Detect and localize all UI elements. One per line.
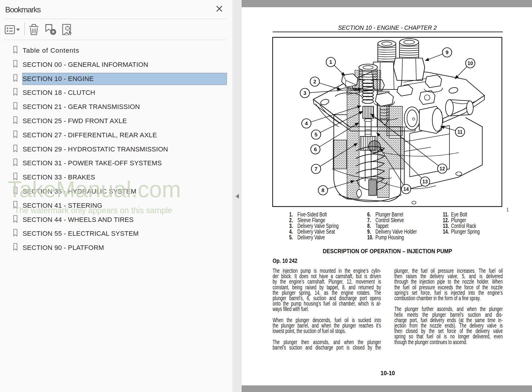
svg-text:8: 8 (321, 188, 324, 193)
svg-text:12: 12 (440, 166, 445, 171)
svg-text:9: 9 (446, 50, 448, 55)
svg-text:4: 4 (305, 121, 308, 126)
svg-text:6: 6 (314, 147, 317, 152)
svg-text:2: 2 (313, 79, 316, 85)
svg-text:7: 7 (315, 166, 317, 172)
svg-text:13: 13 (422, 179, 428, 184)
svg-text:14: 14 (403, 187, 409, 192)
svg-text:5: 5 (315, 132, 317, 138)
svg-text:1: 1 (329, 59, 332, 65)
svg-text:11: 11 (458, 129, 463, 135)
svg-text:10: 10 (468, 61, 473, 66)
svg-text:3: 3 (303, 90, 306, 96)
